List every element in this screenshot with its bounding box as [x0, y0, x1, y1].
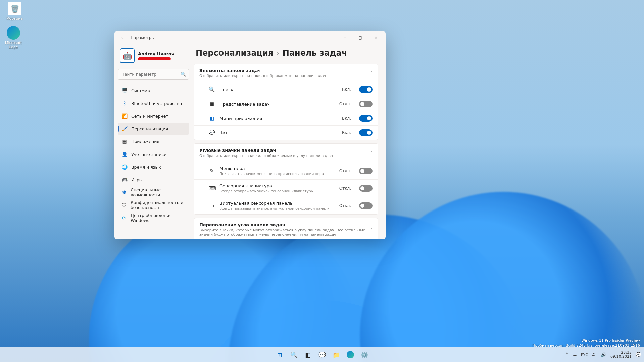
section-subtitle: Отобразить или скрыть значки, отображаем…: [199, 154, 367, 158]
sidebar-item-label: Специальные возможности: [131, 187, 185, 197]
row-sublabel: Показывать значок меню пера при использо…: [219, 172, 335, 176]
desktop-icon-edge[interactable]: Microsoft Edge: [1, 26, 26, 49]
row-icon: ✎: [209, 168, 215, 174]
sidebar-item-label: Система: [131, 88, 150, 93]
setting-row: ⌨Сенсорная клавиатураВсегда отображать з…: [194, 179, 378, 197]
sidebar-item-9[interactable]: 🛡Конфиденциальность и безопасность: [118, 199, 189, 211]
nav-icon: ✽: [122, 190, 127, 195]
toggle-state-label: Откл.: [339, 203, 351, 208]
taskbar-settings[interactable]: ⚙️: [358, 349, 370, 361]
chevron-up-icon: ˄: [370, 150, 373, 156]
nav-icon: 📶: [122, 113, 127, 119]
sidebar-item-6[interactable]: 🌐Время и язык: [118, 161, 189, 173]
sidebar-item-label: Игры: [131, 177, 143, 182]
row-label: Чат: [219, 130, 337, 135]
setting-row: ✎Меню пераПоказывать значок меню пера пр…: [194, 162, 378, 179]
nav-icon: ⟳: [122, 215, 127, 221]
toggle-switch[interactable]: [359, 202, 373, 209]
sidebar-item-label: Время и язык: [131, 165, 161, 170]
section-subtitle: Отобразить или скрыть кнопки, отображаем…: [199, 74, 367, 78]
setting-row: 💬ЧатВкл.: [194, 125, 378, 140]
taskbar-chat[interactable]: 💬: [316, 349, 328, 361]
section-1: Угловые значки панели задачОтобразить ил…: [194, 143, 378, 215]
nav-icon: ▦: [122, 139, 127, 144]
user-name: Andrey Uvarov: [138, 51, 174, 56]
sidebar-item-10[interactable]: ⟳Центр обновления Windows: [118, 212, 189, 224]
search-icon: 🔍: [181, 72, 186, 77]
minimize-icon: −: [343, 35, 347, 40]
sidebar-item-2[interactable]: 📶Сеть и Интернет: [118, 110, 189, 122]
tray-language[interactable]: РУС: [581, 353, 588, 357]
row-icon: ▭: [209, 203, 215, 209]
toggle-state-label: Вкл.: [342, 87, 351, 92]
tray-chevron-icon[interactable]: ˄: [566, 352, 568, 357]
taskbar-task-view[interactable]: ◧: [302, 349, 314, 361]
sidebar-item-3[interactable]: 🖌️Персонализация: [118, 123, 189, 135]
search-input[interactable]: [118, 69, 189, 80]
sidebar-item-0[interactable]: 🖥️Система: [118, 84, 189, 97]
taskbar-search[interactable]: 🔍: [288, 349, 300, 361]
row-icon: ◧: [209, 115, 215, 121]
section-title: Элементы панели задач: [199, 68, 367, 73]
toggle-switch[interactable]: [359, 129, 373, 136]
close-button[interactable]: ✕: [368, 32, 384, 43]
section-title: Переполнение угла панели задач: [199, 222, 367, 227]
toggle-switch[interactable]: [359, 168, 373, 174]
tray-onedrive-icon[interactable]: ☁: [572, 352, 577, 357]
window-title: Параметры: [131, 35, 155, 40]
desktop-icon-label: Microsoft Edge: [1, 41, 26, 49]
chevron-up-icon: ˄: [370, 71, 373, 76]
sidebar-item-8[interactable]: ✽Специальные возможности: [118, 186, 189, 198]
sidebar-item-label: Приложения: [131, 139, 159, 144]
row-icon: ▣: [209, 101, 215, 107]
section-header[interactable]: Элементы панели задачОтобразить или скры…: [194, 64, 378, 82]
tray-network-icon[interactable]: 🖧: [592, 352, 597, 357]
setting-row: ▭Виртуальная сенсорная панельВсегда пока…: [194, 197, 378, 214]
toggle-state-label: Вкл.: [342, 130, 351, 135]
back-button[interactable]: ←: [119, 34, 127, 42]
nav-icon: 🎮: [122, 177, 127, 182]
sidebar-item-4[interactable]: ▦Приложения: [118, 135, 189, 147]
toggle-switch[interactable]: [359, 101, 373, 107]
redacted-email: [138, 57, 171, 60]
maximize-button[interactable]: ▢: [353, 32, 368, 43]
section-header[interactable]: Переполнение угла панели задачВыберите з…: [194, 218, 378, 239]
sidebar-item-7[interactable]: 🎮Игры: [118, 174, 189, 186]
taskbar-edge[interactable]: [344, 349, 356, 361]
nav-icon: 🖌️: [122, 126, 127, 131]
toggle-switch[interactable]: [359, 185, 373, 192]
tray-clock[interactable]: 23:35 09.10.2021: [610, 351, 632, 359]
maximize-icon: ▢: [358, 35, 362, 40]
row-label: Мини-приложения: [219, 116, 337, 121]
folder-icon: 📁: [333, 351, 340, 358]
tray-volume-icon[interactable]: 🔊: [601, 352, 606, 357]
sidebar-item-5[interactable]: 👤Учетные записи: [118, 148, 189, 160]
section-subtitle: Выберите значки, которые могут отображат…: [199, 228, 367, 237]
section-0: Элементы панели задачОтобразить или скры…: [194, 64, 378, 140]
toggle-state-label: Вкл.: [342, 116, 351, 121]
toggle-state-label: Откл.: [339, 169, 351, 173]
edge-icon: [7, 26, 20, 40]
sidebar-item-label: Bluetooth и устройства: [131, 101, 182, 106]
toggle-switch[interactable]: [359, 86, 373, 93]
toggle-switch[interactable]: [359, 115, 373, 122]
search-box[interactable]: 🔍: [118, 69, 189, 80]
row-label: Представление задач: [219, 102, 335, 107]
tray-notifications-icon[interactable]: 💬: [636, 352, 641, 357]
sidebar: 🤖 Andrey Uvarov 🔍 🖥️СистемаᛒBluetooth и …: [114, 44, 192, 239]
user-block[interactable]: 🤖 Andrey Uvarov: [118, 46, 189, 66]
minimize-button[interactable]: −: [337, 32, 353, 43]
content-area: Персонализация › Панель задач Элементы п…: [192, 44, 386, 239]
sidebar-item-1[interactable]: ᛒBluetooth и устройства: [118, 97, 189, 109]
breadcrumb-root[interactable]: Персонализация: [196, 48, 274, 58]
section-header[interactable]: Угловые значки панели задачОтобразить ил…: [194, 144, 378, 162]
breadcrumb: Персонализация › Панель задач: [196, 48, 378, 58]
sidebar-item-label: Сеть и Интернет: [131, 114, 168, 119]
start-button[interactable]: ⊞: [274, 349, 286, 361]
row-label: Меню пера: [219, 166, 335, 171]
taskbar-explorer[interactable]: 📁: [330, 349, 342, 361]
desktop-icon-recycle-bin[interactable]: 🗑️ Корзина: [2, 2, 28, 21]
insider-watermark: Windows 11 Pro Insider Preview Пробная в…: [532, 338, 640, 348]
desktop-icon-label: Корзина: [2, 16, 28, 21]
search-icon: 🔍: [290, 351, 298, 358]
